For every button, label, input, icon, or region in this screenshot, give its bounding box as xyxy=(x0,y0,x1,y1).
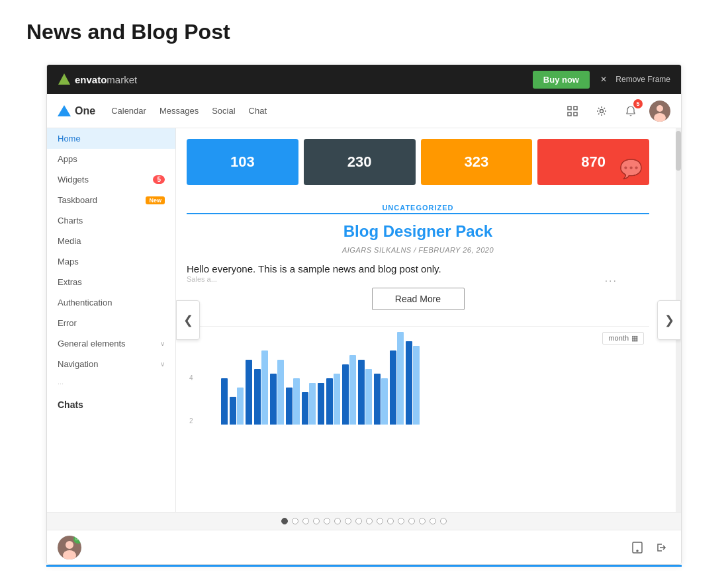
bottom-user-avatar[interactable]: 5+ xyxy=(58,536,81,559)
y-label-4: 4 xyxy=(189,374,193,382)
carousel-dot[interactable] xyxy=(398,518,404,524)
carousel-next-button[interactable]: ❯ xyxy=(657,300,681,340)
stat-number-orange: 323 xyxy=(465,153,489,171)
sidebar-item-home[interactable]: Home xyxy=(47,128,175,149)
stat-number-red: 870 xyxy=(581,153,606,171)
logout-icon-button[interactable] xyxy=(652,538,670,557)
read-more-button[interactable]: Read More xyxy=(372,288,465,310)
sidebar-item-error[interactable]: Error xyxy=(47,313,175,333)
carousel-dot[interactable] xyxy=(408,518,415,524)
app-logo: One xyxy=(58,105,95,117)
remove-frame-button[interactable]: ✕ Remove Frame xyxy=(600,75,670,84)
chart-bar-group xyxy=(318,383,324,425)
content-inner: 103 230 323 870 💬 xyxy=(176,128,681,512)
chart-bar-dark xyxy=(254,369,261,425)
expand-icon-button[interactable] xyxy=(562,101,583,122)
chart-bar-light xyxy=(261,350,268,425)
chart-bar-dark xyxy=(286,388,293,425)
more-options-icon[interactable]: ··· xyxy=(605,275,617,287)
sidebar-item-maps[interactable]: Maps xyxy=(47,251,175,272)
chart-bar-group xyxy=(221,378,228,425)
chart-bar-group xyxy=(342,355,356,425)
chart-bar-group xyxy=(246,360,252,425)
chart-bar-light xyxy=(397,332,404,425)
sidebar-item-taskboard[interactable]: Taskboard New xyxy=(47,190,175,210)
notifications-icon-button[interactable]: 5 xyxy=(620,101,641,122)
carousel-dot[interactable] xyxy=(387,518,394,524)
blog-separator: / xyxy=(414,246,416,254)
carousel-dot[interactable] xyxy=(281,518,288,524)
stat-number-dark: 230 xyxy=(347,153,372,171)
user-avatar[interactable] xyxy=(649,101,670,122)
taskboard-badge-new: New xyxy=(146,196,165,204)
page-title: News and Blog Post xyxy=(26,20,702,44)
sidebar-item-authentication[interactable]: Authentication xyxy=(47,292,175,313)
chart-bar-dark xyxy=(221,378,228,425)
chart-bar-group xyxy=(230,388,244,425)
blog-title: Blog Designer Pack xyxy=(187,222,649,241)
carousel-prev-button[interactable]: ❮ xyxy=(176,300,200,340)
sidebar-item-more: ··· xyxy=(47,374,175,393)
buy-now-button[interactable]: Buy now xyxy=(533,71,590,89)
chart-bar-light xyxy=(349,355,356,425)
blog-date: FEBRUARY 26, 2020 xyxy=(418,246,494,254)
chart-bar-dark xyxy=(270,374,277,425)
sidebar-item-widgets[interactable]: Widgets 5 xyxy=(47,169,175,190)
carousel-dot[interactable] xyxy=(366,518,373,524)
chart-bar-group xyxy=(358,360,372,425)
svg-rect-1 xyxy=(568,106,571,110)
nav-link-calendar[interactable]: Calendar xyxy=(111,106,146,116)
sidebar-item-navigation[interactable]: Navigation ∨ xyxy=(47,354,175,374)
sidebar-item-chats[interactable]: Chats xyxy=(47,393,175,417)
chart-bar-group xyxy=(270,360,284,425)
svg-point-5 xyxy=(600,109,604,112)
carousel-dot[interactable] xyxy=(292,518,298,524)
nav-link-chat[interactable]: Chat xyxy=(249,106,267,116)
chart-bar-group xyxy=(326,374,340,425)
sidebar-item-charts[interactable]: Charts xyxy=(47,210,175,231)
envato-logo: envatomarket xyxy=(58,73,137,86)
carousel-dot[interactable] xyxy=(302,518,309,524)
app-nav-right: 5 xyxy=(562,101,670,122)
stat-number-blue: 103 xyxy=(230,153,255,171)
carousel-dot[interactable] xyxy=(334,518,341,524)
carousel-dot[interactable] xyxy=(355,518,362,524)
notification-badge: 5 xyxy=(633,99,643,108)
sidebar-item-extras[interactable]: Extras xyxy=(47,272,175,292)
envato-right: Buy now ✕ Remove Frame xyxy=(533,71,670,89)
carousel-dot[interactable] xyxy=(430,518,436,524)
carousel-dot[interactable] xyxy=(419,518,426,524)
blog-author: AIGARS SILKALNS xyxy=(342,246,412,254)
main-layout: Home Apps Widgets 5 Taskboard New Charts xyxy=(47,128,681,512)
chart-bar-dark xyxy=(358,360,365,425)
app-nav: One Calendar Messages Social Chat xyxy=(47,94,681,128)
chart-bar-group xyxy=(302,383,316,425)
svg-point-7 xyxy=(657,105,663,112)
chart-bar-group xyxy=(286,378,300,425)
sidebar-item-media[interactable]: Media xyxy=(47,231,175,251)
sales-text: Sales a... xyxy=(187,275,217,283)
blog-category: UNCATEGORIZED xyxy=(187,204,649,214)
carousel-dot[interactable] xyxy=(345,518,351,524)
sidebar-item-general-elements[interactable]: General elements ∨ xyxy=(47,333,175,354)
chart-bars xyxy=(221,332,420,425)
nav-link-social[interactable]: Social xyxy=(212,106,235,116)
chart-bar-light xyxy=(293,378,300,425)
chart-bar-light xyxy=(237,388,244,425)
chart-y-axis: 6 4 2 xyxy=(187,332,196,425)
carousel-dot[interactable] xyxy=(324,518,330,524)
chart-bar-group xyxy=(254,350,268,425)
carousel-dot[interactable] xyxy=(377,518,383,524)
settings-icon-button[interactable] xyxy=(591,101,612,122)
chart-area: month ▦ 6 4 2 xyxy=(187,326,649,445)
tablet-icon-button[interactable] xyxy=(628,538,647,557)
content-scrollbar-thumb[interactable] xyxy=(676,131,681,171)
nav-link-messages[interactable]: Messages xyxy=(159,106,199,116)
bottom-bar-icons xyxy=(628,538,670,557)
carousel-dot[interactable] xyxy=(440,518,447,524)
chart-bar-dark xyxy=(406,341,412,425)
carousel-dot[interactable] xyxy=(313,518,320,524)
frame-wrapper: envatomarket Buy now ✕ Remove Frame One … xyxy=(46,64,682,565)
svg-rect-2 xyxy=(574,106,577,110)
sidebar-item-apps[interactable]: Apps xyxy=(47,149,175,169)
